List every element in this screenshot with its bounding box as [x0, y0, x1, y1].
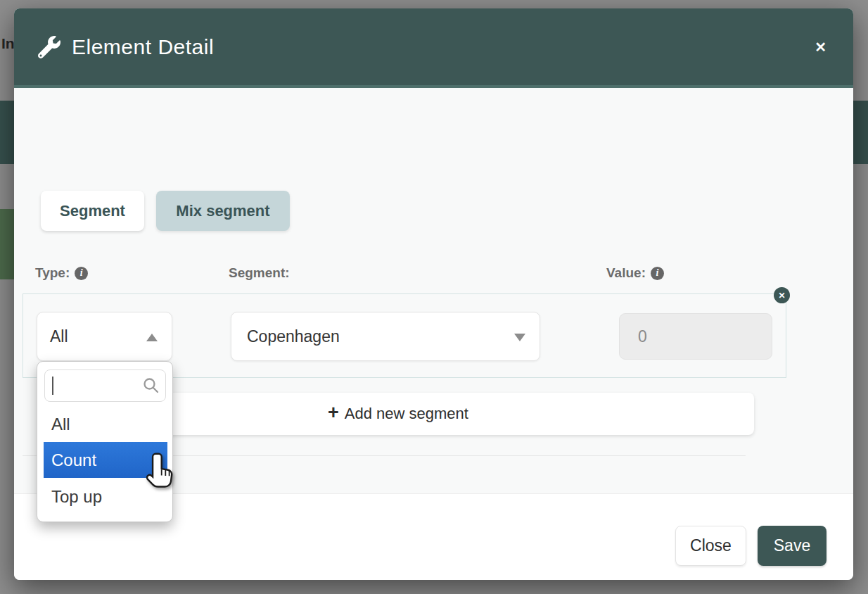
modal-header: Element Detail ✕ — [14, 8, 853, 85]
remove-segment-button[interactable]: ✕ — [774, 287, 790, 303]
caret-up-icon — [146, 334, 158, 341]
dropdown-option-count[interactable]: Count — [44, 442, 167, 478]
dropdown-option-top-up[interactable]: Top up — [44, 479, 167, 514]
segment-label: Segment: — [229, 265, 290, 281]
modal-title: Element Detail — [72, 35, 214, 59]
type-label-text: Type: — [35, 265, 70, 281]
value-label: Value: i — [606, 265, 664, 281]
add-segment-label: Add new segment — [345, 405, 468, 423]
dropdown-search — [44, 369, 166, 402]
search-icon — [143, 377, 160, 394]
type-label: Type: i — [35, 265, 88, 281]
tab-segment[interactable]: Segment — [41, 191, 144, 231]
type-select[interactable]: All — [37, 312, 172, 361]
info-icon: i — [651, 267, 664, 280]
info-icon: i — [75, 267, 88, 280]
type-select-value: All — [50, 327, 68, 346]
modal-body: Segment Mix segment Type: i Segment: Val… — [14, 88, 853, 493]
background-green-block — [0, 209, 15, 279]
tab-mix-segment[interactable]: Mix segment — [156, 191, 290, 231]
segment-label-text: Segment: — [229, 265, 290, 281]
modal-close-button[interactable]: ✕ — [815, 40, 826, 54]
segment-select[interactable]: Copenhagen — [231, 312, 540, 361]
dropdown-option-all[interactable]: All — [44, 408, 167, 441]
segment-select-value: Copenhagen — [247, 327, 340, 346]
wrench-icon — [38, 36, 60, 58]
value-label-text: Value: — [606, 265, 646, 281]
type-dropdown-panel: All Count Top up — [37, 361, 173, 522]
value-input[interactable] — [619, 313, 772, 360]
caret-down-icon — [514, 334, 525, 341]
plus-icon: + — [328, 403, 339, 422]
save-button[interactable]: Save — [758, 526, 826, 566]
text-caret — [52, 377, 53, 395]
page-background: In Element Detail ✕ Segment Mix segment … — [0, 0, 868, 594]
background-clipped-text: In — [1, 35, 15, 52]
element-detail-modal: Element Detail ✕ Segment Mix segment Typ… — [14, 8, 853, 580]
close-button[interactable]: Close — [675, 526, 746, 566]
remove-icon: ✕ — [778, 291, 785, 300]
